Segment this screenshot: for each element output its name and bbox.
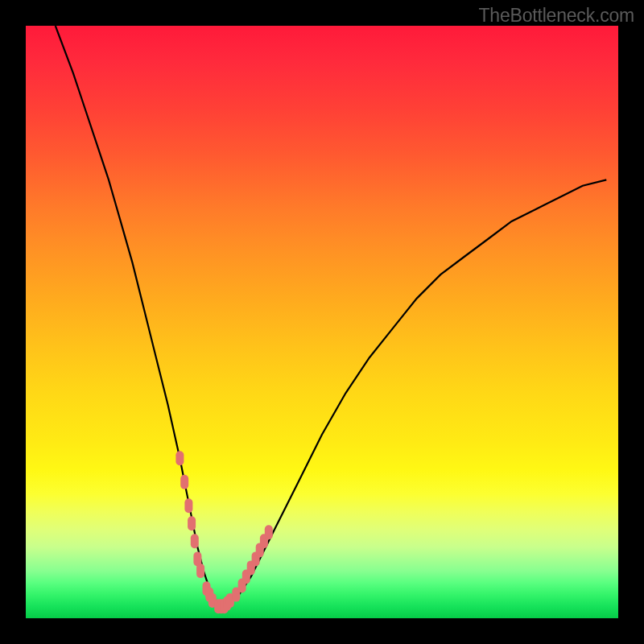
plot-area	[26, 26, 618, 618]
curve-layer	[26, 26, 618, 618]
curve-marker	[175, 451, 184, 465]
curve-marker	[184, 498, 192, 513]
outer-frame: TheBottleneck.com	[0, 0, 644, 644]
curve-marker	[196, 564, 204, 578]
curve-marker	[180, 475, 188, 489]
marker-group	[175, 451, 272, 613]
bottleneck-curve	[56, 26, 607, 606]
credit-text: TheBottleneck.com	[479, 5, 634, 27]
curve-marker	[265, 525, 273, 539]
curve-marker	[191, 534, 199, 548]
curve-marker	[188, 516, 196, 530]
